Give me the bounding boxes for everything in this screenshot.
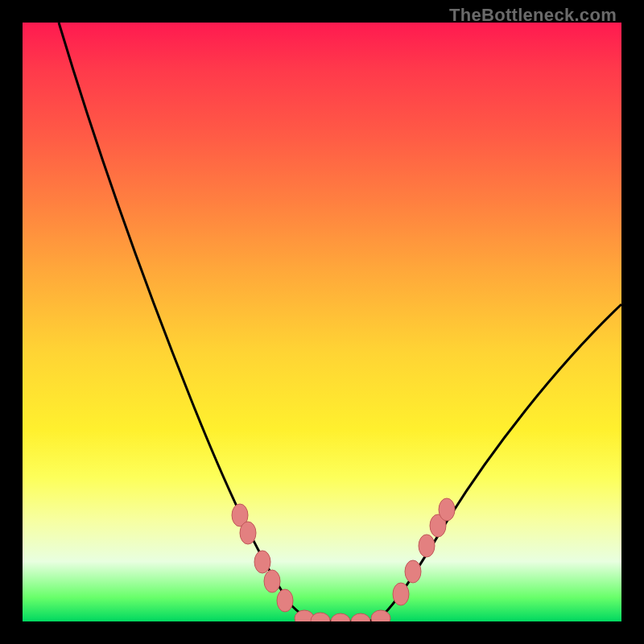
left-curve bbox=[59, 23, 316, 620]
watermark-text: TheBottleneck.com bbox=[449, 5, 617, 26]
dot-cluster-left bbox=[232, 504, 293, 612]
dot bbox=[419, 535, 435, 557]
plot-area bbox=[23, 23, 621, 621]
dot bbox=[393, 583, 409, 605]
dot bbox=[311, 613, 330, 621]
chart-svg bbox=[23, 23, 621, 621]
dot-cluster-right bbox=[393, 498, 455, 605]
dot bbox=[331, 613, 350, 621]
outer-frame: TheBottleneck.com bbox=[0, 0, 644, 644]
dot-cluster-floor bbox=[295, 610, 390, 621]
dot bbox=[254, 551, 270, 573]
dot bbox=[351, 613, 370, 621]
dot bbox=[277, 589, 293, 612]
dot bbox=[439, 498, 455, 521]
dot bbox=[405, 560, 421, 583]
dot bbox=[240, 522, 256, 544]
dot bbox=[264, 570, 280, 592]
